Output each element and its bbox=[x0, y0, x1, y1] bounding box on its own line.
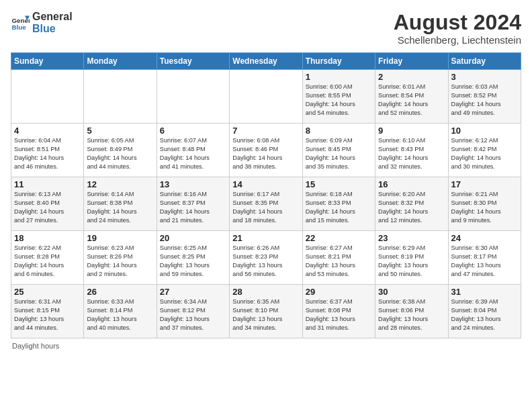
calendar-cell bbox=[11, 70, 84, 124]
calendar-cell: 26Sunrise: 6:33 AM Sunset: 8:14 PM Dayli… bbox=[84, 285, 157, 338]
calendar-cell: 13Sunrise: 6:16 AM Sunset: 8:37 PM Dayli… bbox=[157, 177, 229, 231]
weekday-header: Thursday bbox=[302, 53, 375, 70]
day-number: 8 bbox=[306, 126, 372, 136]
day-info: Sunrise: 6:00 AM Sunset: 8:55 PM Dayligh… bbox=[306, 83, 372, 118]
calendar-cell: 6Sunrise: 6:07 AM Sunset: 8:48 PM Daylig… bbox=[157, 124, 229, 177]
day-info: Sunrise: 6:38 AM Sunset: 8:06 PM Dayligh… bbox=[378, 298, 445, 332]
calendar-cell: 28Sunrise: 6:35 AM Sunset: 8:10 PM Dayli… bbox=[230, 285, 302, 338]
day-info: Sunrise: 6:05 AM Sunset: 8:49 PM Dayligh… bbox=[87, 136, 153, 171]
calendar-cell: 10Sunrise: 6:12 AM Sunset: 8:42 PM Dayli… bbox=[448, 124, 521, 177]
day-number: 6 bbox=[160, 126, 226, 136]
day-number: 28 bbox=[232, 287, 299, 297]
calendar-cell: 11Sunrise: 6:13 AM Sunset: 8:40 PM Dayli… bbox=[11, 177, 84, 231]
calendar-cell: 27Sunrise: 6:34 AM Sunset: 8:12 PM Dayli… bbox=[157, 285, 229, 338]
day-number: 19 bbox=[87, 233, 153, 243]
day-number: 27 bbox=[160, 287, 226, 297]
calendar-week-row: 1Sunrise: 6:00 AM Sunset: 8:55 PM Daylig… bbox=[11, 70, 521, 124]
day-info: Sunrise: 6:07 AM Sunset: 8:48 PM Dayligh… bbox=[160, 136, 226, 171]
day-number: 5 bbox=[87, 126, 153, 136]
day-number: 25 bbox=[14, 287, 81, 297]
day-number: 14 bbox=[232, 179, 299, 189]
title-block: August 2024 Schellenberg, Liechtenstein bbox=[394, 11, 521, 46]
day-number: 11 bbox=[14, 179, 81, 189]
day-info: Sunrise: 6:20 AM Sunset: 8:32 PM Dayligh… bbox=[378, 190, 445, 225]
calendar-cell: 25Sunrise: 6:31 AM Sunset: 8:15 PM Dayli… bbox=[11, 285, 84, 338]
day-info: Sunrise: 6:16 AM Sunset: 8:37 PM Dayligh… bbox=[160, 190, 226, 225]
page-container: General Blue General Blue August 2024 Sc… bbox=[0, 0, 532, 357]
day-number: 31 bbox=[451, 287, 518, 297]
day-info: Sunrise: 6:03 AM Sunset: 8:52 PM Dayligh… bbox=[451, 83, 518, 118]
day-info: Sunrise: 6:31 AM Sunset: 8:15 PM Dayligh… bbox=[14, 298, 81, 332]
day-info: Sunrise: 6:25 AM Sunset: 8:25 PM Dayligh… bbox=[160, 244, 226, 279]
header: General Blue General Blue August 2024 Sc… bbox=[11, 11, 521, 46]
day-info: Sunrise: 6:39 AM Sunset: 8:04 PM Dayligh… bbox=[451, 298, 518, 332]
day-info: Sunrise: 6:30 AM Sunset: 8:17 PM Dayligh… bbox=[451, 244, 518, 279]
calendar-week-row: 4Sunrise: 6:04 AM Sunset: 8:51 PM Daylig… bbox=[11, 124, 521, 177]
calendar-cell: 16Sunrise: 6:20 AM Sunset: 8:32 PM Dayli… bbox=[375, 177, 448, 231]
day-info: Sunrise: 6:10 AM Sunset: 8:43 PM Dayligh… bbox=[378, 136, 445, 171]
day-info: Sunrise: 6:37 AM Sunset: 8:08 PM Dayligh… bbox=[306, 298, 372, 332]
calendar-cell: 2Sunrise: 6:01 AM Sunset: 8:54 PM Daylig… bbox=[375, 70, 448, 124]
day-number: 3 bbox=[451, 72, 518, 82]
day-number: 29 bbox=[306, 287, 372, 297]
day-info: Sunrise: 6:01 AM Sunset: 8:54 PM Dayligh… bbox=[378, 83, 445, 118]
day-number: 17 bbox=[451, 179, 518, 189]
calendar-cell bbox=[230, 70, 302, 124]
calendar-table: SundayMondayTuesdayWednesdayThursdayFrid… bbox=[11, 52, 521, 338]
calendar-cell: 19Sunrise: 6:23 AM Sunset: 8:26 PM Dayli… bbox=[84, 231, 157, 285]
location: Schellenberg, Liechtenstein bbox=[394, 34, 521, 46]
weekday-header: Saturday bbox=[448, 53, 521, 70]
day-info: Sunrise: 6:08 AM Sunset: 8:46 PM Dayligh… bbox=[232, 136, 299, 171]
day-info: Sunrise: 6:21 AM Sunset: 8:30 PM Dayligh… bbox=[451, 190, 518, 225]
calendar-header-row: SundayMondayTuesdayWednesdayThursdayFrid… bbox=[11, 53, 521, 70]
calendar-cell: 31Sunrise: 6:39 AM Sunset: 8:04 PM Dayli… bbox=[448, 285, 521, 338]
day-info: Sunrise: 6:13 AM Sunset: 8:40 PM Dayligh… bbox=[14, 190, 81, 225]
day-info: Sunrise: 6:33 AM Sunset: 8:14 PM Dayligh… bbox=[87, 298, 153, 332]
calendar-cell: 4Sunrise: 6:04 AM Sunset: 8:51 PM Daylig… bbox=[11, 124, 84, 177]
day-number: 12 bbox=[87, 179, 153, 189]
day-number: 18 bbox=[14, 233, 81, 243]
weekday-header: Sunday bbox=[11, 53, 84, 70]
day-number: 22 bbox=[306, 233, 372, 243]
day-info: Sunrise: 6:14 AM Sunset: 8:38 PM Dayligh… bbox=[87, 190, 153, 225]
calendar-cell: 22Sunrise: 6:27 AM Sunset: 8:21 PM Dayli… bbox=[302, 231, 375, 285]
day-number: 24 bbox=[451, 233, 518, 243]
day-info: Sunrise: 6:23 AM Sunset: 8:26 PM Dayligh… bbox=[87, 244, 153, 279]
day-info: Sunrise: 6:34 AM Sunset: 8:12 PM Dayligh… bbox=[160, 298, 226, 332]
calendar-cell: 5Sunrise: 6:05 AM Sunset: 8:49 PM Daylig… bbox=[84, 124, 157, 177]
calendar-cell: 15Sunrise: 6:18 AM Sunset: 8:33 PM Dayli… bbox=[302, 177, 375, 231]
day-info: Sunrise: 6:04 AM Sunset: 8:51 PM Dayligh… bbox=[14, 136, 81, 171]
day-number: 2 bbox=[378, 72, 445, 82]
weekday-header: Wednesday bbox=[230, 53, 302, 70]
day-number: 9 bbox=[378, 126, 445, 136]
footer-note: Daylight hours bbox=[11, 342, 521, 350]
calendar-cell: 17Sunrise: 6:21 AM Sunset: 8:30 PM Dayli… bbox=[448, 177, 521, 231]
calendar-cell: 8Sunrise: 6:09 AM Sunset: 8:45 PM Daylig… bbox=[302, 124, 375, 177]
calendar-cell: 18Sunrise: 6:22 AM Sunset: 8:28 PM Dayli… bbox=[11, 231, 84, 285]
calendar-cell: 29Sunrise: 6:37 AM Sunset: 8:08 PM Dayli… bbox=[302, 285, 375, 338]
logo-blue: Blue bbox=[32, 23, 73, 35]
day-info: Sunrise: 6:26 AM Sunset: 8:23 PM Dayligh… bbox=[232, 244, 299, 279]
calendar-cell: 1Sunrise: 6:00 AM Sunset: 8:55 PM Daylig… bbox=[302, 70, 375, 124]
calendar-cell: 24Sunrise: 6:30 AM Sunset: 8:17 PM Dayli… bbox=[448, 231, 521, 285]
calendar-week-row: 18Sunrise: 6:22 AM Sunset: 8:28 PM Dayli… bbox=[11, 231, 521, 285]
day-info: Sunrise: 6:35 AM Sunset: 8:10 PM Dayligh… bbox=[232, 298, 299, 332]
calendar-cell: 3Sunrise: 6:03 AM Sunset: 8:52 PM Daylig… bbox=[448, 70, 521, 124]
day-number: 30 bbox=[378, 287, 445, 297]
calendar-cell: 21Sunrise: 6:26 AM Sunset: 8:23 PM Dayli… bbox=[230, 231, 302, 285]
calendar-week-row: 25Sunrise: 6:31 AM Sunset: 8:15 PM Dayli… bbox=[11, 285, 521, 338]
day-info: Sunrise: 6:27 AM Sunset: 8:21 PM Dayligh… bbox=[306, 244, 372, 279]
day-number: 4 bbox=[14, 126, 81, 136]
day-number: 15 bbox=[306, 179, 372, 189]
day-info: Sunrise: 6:09 AM Sunset: 8:45 PM Dayligh… bbox=[306, 136, 372, 171]
calendar-cell bbox=[84, 70, 157, 124]
logo-general: General bbox=[32, 11, 73, 23]
month-year: August 2024 bbox=[394, 11, 521, 34]
calendar-cell: 12Sunrise: 6:14 AM Sunset: 8:38 PM Dayli… bbox=[84, 177, 157, 231]
logo-icon: General Blue bbox=[11, 13, 30, 32]
day-info: Sunrise: 6:29 AM Sunset: 8:19 PM Dayligh… bbox=[378, 244, 445, 279]
calendar-cell: 20Sunrise: 6:25 AM Sunset: 8:25 PM Dayli… bbox=[157, 231, 229, 285]
day-number: 1 bbox=[306, 72, 372, 82]
day-number: 23 bbox=[378, 233, 445, 243]
day-info: Sunrise: 6:17 AM Sunset: 8:35 PM Dayligh… bbox=[232, 190, 299, 225]
